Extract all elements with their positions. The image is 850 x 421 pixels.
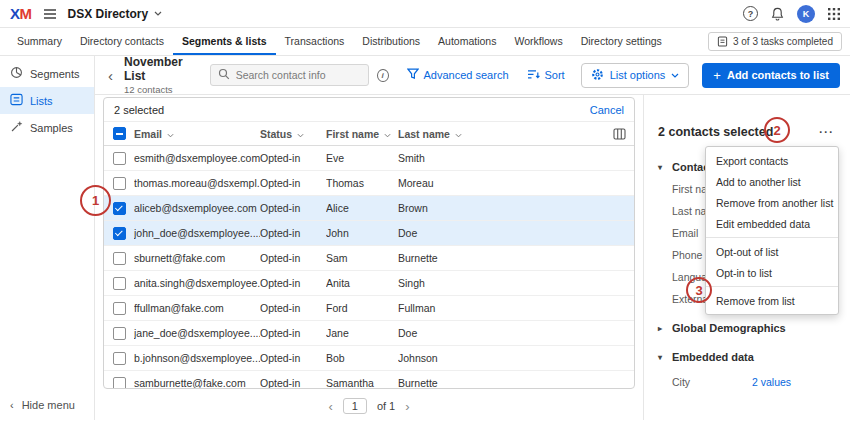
cell-status: Opted-in [260,327,326,339]
current-page[interactable]: 1 [343,398,367,414]
menu-item-opt-in-to-list[interactable]: Opt-in to list [706,262,838,283]
chevron-down-icon [297,128,304,140]
menu-item-export-contacts[interactable]: Export contacts [706,150,838,171]
contact-details-panel: 2 contacts selected ⋯ ▾ Contact info Fir… [643,95,850,420]
row-checkbox[interactable] [113,177,126,190]
user-avatar[interactable]: K [797,5,815,23]
table-row[interactable]: samburnette@fake.com Opted-in Samantha B… [104,371,634,389]
cell-last-name: Singh [398,277,604,289]
row-checkbox[interactable] [113,377,126,390]
lists-icon [10,93,23,108]
tab-segments-lists[interactable]: Segments & lists [173,28,276,55]
embedded-data-value-link[interactable]: 2 values [752,376,791,388]
tab-automations[interactable]: Automations [429,28,505,55]
directory-name: DSX Directory [68,7,149,21]
table-row[interactable]: jane_doe@dsxemployee.... Opted-in Jane D… [104,321,634,346]
menu-item-add-to-another-list[interactable]: Add to another list [706,171,838,192]
table-row[interactable]: b.johnson@dsxemployee.... Opted-in Bob J… [104,346,634,371]
info-icon[interactable]: i [377,69,389,82]
tasks-completed-badge[interactable]: 3 of 3 tasks completed [708,32,842,51]
cell-email: thomas.moreau@dsxempl... [134,177,260,189]
cell-last-name: Fullman [398,302,604,314]
list-toolbar: ‹ November List 12 contacts i Advanced s… [95,56,850,95]
hide-menu-chevron-icon: ‹ [10,399,14,411]
tab-distributions[interactable]: Distributions [353,28,429,55]
cell-status: Opted-in [260,302,326,314]
add-contacts-button[interactable]: + Add contacts to list [702,63,840,88]
column-header-last-name[interactable]: Last name [398,128,604,140]
section-embedded-data[interactable]: ▾ Embedded data [658,351,838,363]
chevron-down-icon [167,128,174,140]
column-picker-icon[interactable] [604,128,634,140]
row-checkbox[interactable] [113,227,126,240]
table-row[interactable]: aliceb@dsxemployee.com Opted-in Alice Br… [104,196,634,221]
list-options-label: List options [610,69,666,81]
menu-item-remove-from-list[interactable]: Remove from list [706,290,838,311]
list-options-button[interactable]: List options [581,63,690,88]
menu-item-edit-embedded-data[interactable]: Edit embedded data [706,213,838,234]
menu-item-remove-from-another-list[interactable]: Remove from another list [706,192,838,213]
cell-email: samburnette@fake.com [134,377,260,389]
sidebar-item-lists[interactable]: Lists [0,87,94,114]
table-row[interactable]: john_doe@dsxemployee.... Opted-in John D… [104,221,634,246]
cell-last-name: Doe [398,227,604,239]
samples-wand-icon [10,120,23,135]
content-row: 2 selected Cancel Email Status [95,95,850,420]
column-header-email[interactable]: Email [134,128,260,140]
hamburger-menu-icon[interactable] [43,8,57,20]
back-chevron-icon[interactable]: ‹ [105,67,116,84]
row-checkbox[interactable] [113,327,126,340]
column-header-status[interactable]: Status [260,128,326,140]
sidebar-item-samples[interactable]: Samples [0,114,94,141]
sidebar-item-segments[interactable]: Segments [0,60,94,87]
section-global-demographics[interactable]: ▸ Global Demographics [658,322,838,334]
row-checkbox[interactable] [113,202,126,215]
search-input[interactable] [236,69,361,81]
directory-selector[interactable]: DSX Directory [68,7,163,21]
cell-email: ffullman@fake.com [134,302,260,314]
tab-workflows[interactable]: Workflows [505,28,571,55]
chevron-down-icon [455,128,462,140]
table-row[interactable]: esmith@dsxemployee.com Opted-in Eve Smit… [104,146,634,171]
column-header-first-name[interactable]: First name [326,128,398,140]
row-checkbox[interactable] [113,277,126,290]
hide-menu-button[interactable]: ‹ Hide menu [10,399,75,411]
menu-divider [706,237,838,238]
tab-transactions[interactable]: Transactions [276,28,354,55]
annotation-step-2: 2 [764,117,790,143]
table-row[interactable]: thomas.moreau@dsxempl... Opted-in Thomas… [104,171,634,196]
hide-menu-label: Hide menu [22,399,75,411]
app-root: XM DSX Directory ? K SummaryDirectory co… [0,0,850,421]
row-checkbox[interactable] [113,352,126,365]
cell-status: Opted-in [260,202,326,214]
notifications-bell-icon[interactable] [771,7,784,21]
cell-status: Opted-in [260,227,326,239]
table-row[interactable]: sburnett@fake.com Opted-in Sam Burnette [104,246,634,271]
menu-item-opt-out-of-list[interactable]: Opt-out of list [706,241,838,262]
prev-page-icon[interactable]: ‹ [328,399,332,414]
advanced-search-button[interactable]: Advanced search [407,68,509,82]
cell-last-name: Burnette [398,252,604,264]
tab-directory-settings[interactable]: Directory settings [572,28,671,55]
select-all-checkbox[interactable] [113,127,126,140]
more-options-icon[interactable]: ⋯ [813,126,838,138]
table-row[interactable]: anita.singh@dsxemployee... Opted-in Anit… [104,271,634,296]
cell-last-name: Smith [398,152,604,164]
cancel-selection-link[interactable]: Cancel [590,104,624,116]
section-label: Global Demographics [672,322,786,334]
tab-directory-contacts[interactable]: Directory contacts [71,28,173,55]
cell-status: Opted-in [260,352,326,364]
tab-summary[interactable]: Summary [8,28,71,55]
sort-button[interactable]: Sort [527,69,565,82]
table-row[interactable]: ffullman@fake.com Opted-in Ford Fullman [104,296,634,321]
selection-bar: 2 selected Cancel [104,98,634,121]
apps-grid-icon[interactable] [828,8,840,20]
row-checkbox[interactable] [113,152,126,165]
row-checkbox[interactable] [113,302,126,315]
help-icon[interactable]: ? [743,6,758,21]
sidebar-item-label: Lists [30,95,53,107]
page-count-label: of 1 [377,400,395,412]
next-page-icon[interactable]: › [405,399,409,414]
cell-first-name: Samantha [326,377,398,389]
row-checkbox[interactable] [113,252,126,265]
